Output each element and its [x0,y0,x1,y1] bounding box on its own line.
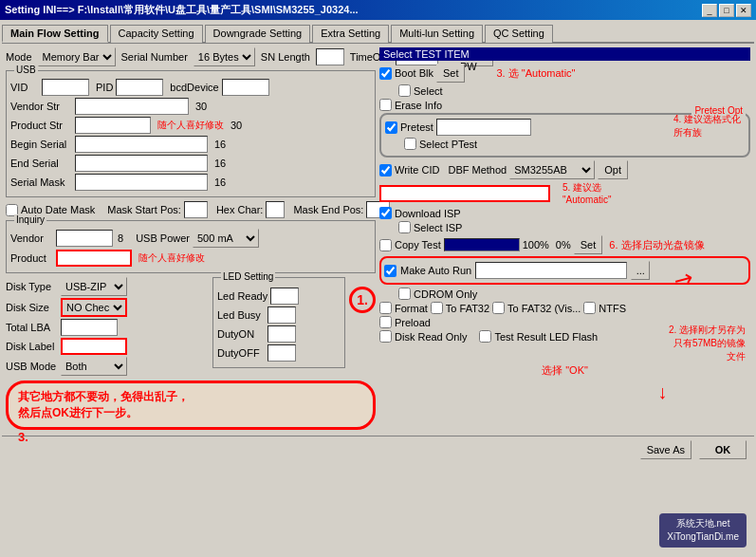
to-fat32-check[interactable] [431,302,443,314]
iso-path-input[interactable]: H:\ISO\PE_DIY版_2010.iso [475,262,627,279]
duty-on-label: DutyON [217,328,265,340]
serial-number-select[interactable]: 16 Bytes [194,47,255,66]
test-result-check[interactable] [479,330,491,343]
boot-blk-check[interactable] [379,67,392,80]
vendor-str-input[interactable]: USB [75,98,189,115]
vendor-inq-label: Vendor [10,232,53,244]
choose-ok-label: 选择 "OK" [542,363,588,378]
product-str-input[interactable]: PNY X1 [75,117,151,134]
to-fat32-vista-label: To FAT32 (Vis... [507,303,581,314]
vid-input[interactable]: 090C [42,79,89,96]
write-cid-label: Write CID [395,164,439,176]
browse-btn[interactable]: ... [631,261,650,280]
copy-test-label: Copy Test [395,239,441,251]
begin-serial-label: Begin Serial [10,139,72,150]
copy-test-check[interactable] [379,239,392,251]
format-label: Format [395,303,428,314]
mode-select[interactable]: Memory Bar [38,47,116,66]
title-bar: Setting INI==> F:\Install\常用软件\U盘工具\量产工具… [0,0,756,20]
led-ready-input[interactable]: 3 [270,288,299,305]
total-lba-input[interactable]: 0 [61,319,118,336]
dbf-method-select[interactable]: SM3255AB [509,160,595,179]
vendor-str-label: Vendor Str [10,101,72,112]
tab-downgrade[interactable]: Downgrade Setting [205,25,311,43]
close-btn[interactable]: ✕ [736,4,751,17]
tabs-row: Main Flow Setting Capacity Setting Downg… [2,22,754,44]
select-ptest-check[interactable] [404,138,416,150]
disk-label-label: Disk Label [6,341,58,352]
set-btn[interactable]: Set [436,64,466,83]
make-autorun-label: Make Auto Run [400,265,471,276]
tab-multi-lun[interactable]: Multi-lun Setting [391,25,483,43]
disk-read-only-check[interactable] [379,330,392,343]
total-lba-label: Total LBA [6,322,58,333]
bcd-input[interactable]: 1100 [222,79,269,96]
duty-off-label: DutyOFF [217,347,265,359]
erase-info-check[interactable] [379,99,392,111]
end-serial-label: End Serial [10,158,72,169]
maximize-btn[interactable]: □ [719,4,734,17]
ntfs-check[interactable] [583,302,596,314]
download-isp-check[interactable] [379,207,392,219]
set2-btn[interactable]: Set [574,235,603,254]
dbf-method-label: DBF Method [448,164,507,176]
ok-btn[interactable]: OK [699,440,747,459]
boot-blk-label: Boot Blk [395,67,433,79]
tab-capacity[interactable]: Capacity Setting [110,25,203,43]
end-serial-input[interactable]: FBA1003249999999 [75,155,208,172]
step3-label: 3. [18,430,28,444]
samsung-input[interactable]: Samsung K9F8G08U0M H0227 [379,185,550,202]
usb-mode-select[interactable]: Both [61,357,127,376]
select-isp-label: Select ISP [414,222,462,233]
pretest-check[interactable] [385,121,397,134]
duty-on-input[interactable]: 0 [267,325,296,343]
annotation-6-label: 6. 选择启动光盘镜像 [609,238,704,252]
serial-mask-input[interactable]: FBA100324###### [75,174,208,191]
save-as-btn[interactable]: Save As [640,440,691,459]
hex-char-input[interactable] [266,201,285,218]
serial-number-label: Serial Number [121,51,188,63]
select-test-header: Select TEST ITEM [379,47,750,61]
disk-type-label: Disk Type [6,281,58,292]
tab-main-flow[interactable]: Main Flow Setting [2,25,108,43]
to-fat32-label: To FAT32 [446,303,489,314]
mask-start-pos-input[interactable]: 3 [184,201,208,218]
disk-label-input[interactable]: USB DISK [61,338,127,355]
select1-check[interactable] [398,84,411,97]
disk-size-label: Disk Size [6,302,58,313]
disk-size-select[interactable]: NO Check [61,298,127,317]
pretest-input[interactable]: Erase All Block [436,119,531,136]
led-busy-input[interactable]: 48 [267,306,296,324]
product-inq-input[interactable]: USB DISK [56,250,132,267]
sn-length-input[interactable]: 16 [316,48,344,65]
tab-qc[interactable]: QC Setting [485,25,553,43]
format-check[interactable] [379,302,392,314]
annotation-2: 2. 选择刚才另存为 只有57MB的镜像 文件 [648,313,746,374]
write-cid-check[interactable] [379,164,392,176]
select-isp-check[interactable] [398,221,411,233]
product-str-num: 30 [230,120,242,131]
usb-power-label: USB Power [136,232,190,244]
usb-power-select[interactable]: 500 mA [193,229,259,248]
pretest-label: Pretest [400,121,433,133]
end-serial-num: 16 [214,158,226,169]
preload-check[interactable] [379,316,392,328]
annotation-3-title: 3. 选 "Automatic" [496,66,575,81]
make-autorun-check[interactable] [384,265,396,277]
to-fat32-vista-check[interactable] [492,302,505,314]
disk-type-select[interactable]: USB-ZIP [61,277,127,296]
select1-label: Select [414,85,443,97]
bcd-label: bcdDevice [170,82,218,93]
minimize-btn[interactable]: _ [702,4,717,17]
opt-btn[interactable]: Opt [598,160,628,179]
cdrom-only-check[interactable] [398,288,411,300]
serial-mask-label: Serial Mask [10,176,72,188]
begin-serial-input[interactable]: FBA1003240000299 [75,136,208,153]
led-ready-label: Led Ready [217,290,267,302]
pretest-opt-note: 4. 建议选格式化 所有族 [673,113,741,139]
duty-off-input[interactable]: 0 [267,344,296,362]
pid-input[interactable]: 1000 [116,79,163,96]
vendor-inq-input[interactable]: USB [56,230,113,247]
tab-extra[interactable]: Extra Setting [312,25,389,43]
product-inq-label: Product [10,252,53,264]
